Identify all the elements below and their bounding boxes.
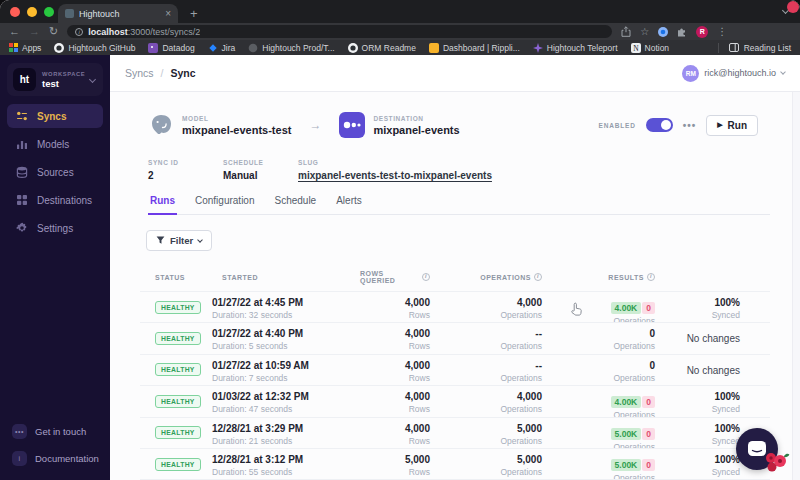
sync-page-content: MODEL mixpanel-events-test → DESTINATION… bbox=[110, 105, 800, 480]
results-cell: 0Operations bbox=[550, 323, 662, 353]
synced-percent: 100% bbox=[662, 454, 740, 466]
funnel-icon bbox=[156, 236, 165, 245]
apps-grid-icon bbox=[9, 43, 18, 52]
results-cell: 5.00K0Operations bbox=[550, 449, 662, 479]
table-row[interactable]: HEALTHY01/03/22 at 12:32 PMDuration: 47 … bbox=[140, 385, 770, 416]
bookmark-label: Datadog bbox=[162, 43, 194, 53]
synced-unit: Synced bbox=[662, 467, 740, 477]
tab-schedule[interactable]: Schedule bbox=[272, 195, 318, 214]
status-badge: HEALTHY bbox=[155, 363, 201, 376]
operations-cell: 5,000Operations bbox=[438, 418, 550, 448]
tab-runs[interactable]: Runs bbox=[148, 195, 177, 215]
synced-status-text: No changes bbox=[662, 328, 740, 344]
table-row[interactable]: HEALTHY01/27/22 at 4:45 PMDuration: 32 s… bbox=[140, 291, 770, 322]
breadcrumb-link-syncs[interactable]: Syncs bbox=[125, 67, 154, 79]
info-icon[interactable]: i bbox=[647, 273, 655, 281]
sources-icon bbox=[16, 166, 28, 178]
sync-meta: SYNC ID2SCHEDULEManualSLUGmixpanel-event… bbox=[148, 159, 770, 181]
tab-alerts[interactable]: Alerts bbox=[334, 195, 364, 214]
bookmark-item[interactable]: Hightouch Teleport bbox=[533, 43, 618, 53]
synced-unit: Synced bbox=[662, 404, 740, 414]
table-row[interactable]: HEALTHY01/27/22 at 10:59 AMDuration: 7 s… bbox=[140, 354, 770, 385]
column-label: OPERATIONS bbox=[480, 274, 531, 281]
more-options-button[interactable]: ••• bbox=[683, 120, 697, 131]
workspace-name: test bbox=[42, 78, 84, 89]
workspace-selector[interactable]: ht WORKSPACE test bbox=[7, 63, 103, 96]
sidebar-footer-label: Get in touch bbox=[35, 426, 86, 437]
share-icon[interactable] bbox=[621, 26, 631, 37]
postgres-icon bbox=[148, 112, 174, 138]
browser-tab[interactable]: Hightouch × bbox=[58, 4, 178, 23]
tab-configuration[interactable]: Configuration bbox=[193, 195, 256, 214]
status-badge: HEALTHY bbox=[155, 395, 201, 408]
bookmark-item[interactable]: Dashboard | Rippli... bbox=[429, 43, 520, 53]
bookmark-item[interactable]: NNotion bbox=[631, 43, 670, 53]
model-entity[interactable]: MODEL mixpanel-events-test bbox=[148, 112, 291, 138]
status-cell: HEALTHY bbox=[140, 323, 212, 353]
result-badges: 4.00K0 bbox=[611, 302, 655, 314]
run-duration: Duration: 55 seconds bbox=[212, 467, 360, 477]
info-icon[interactable]: i bbox=[422, 273, 430, 281]
rows-queried-unit: Rows bbox=[360, 436, 430, 446]
bookmark-label: Notion bbox=[645, 43, 670, 53]
browser-profile-avatar[interactable]: R bbox=[696, 26, 708, 38]
table-row[interactable]: HEALTHY12/28/21 at 3:29 PMDuration: 21 s… bbox=[140, 417, 770, 448]
operations-value: -- bbox=[438, 360, 542, 372]
destination-text: DESTINATION mixpanel-events bbox=[373, 115, 459, 136]
back-button[interactable]: ← bbox=[9, 26, 20, 37]
sidebar-item-settings[interactable]: Settings bbox=[7, 216, 103, 240]
info-icon: i bbox=[12, 451, 27, 466]
sidebar-get-in-touch[interactable]: •••Get in touch bbox=[12, 424, 98, 439]
destination-entity[interactable]: DESTINATION mixpanel-events bbox=[339, 112, 459, 138]
hightouch-logo: ht bbox=[13, 68, 36, 91]
bookmark-item[interactable]: Jira bbox=[208, 43, 236, 53]
toggle-knob bbox=[661, 120, 671, 130]
status-badge: HEALTHY bbox=[155, 458, 201, 471]
bookmark-item[interactable]: Hightouch GitHub bbox=[54, 43, 135, 53]
synced-percent: 100% bbox=[662, 423, 740, 435]
extension-globe-icon[interactable] bbox=[658, 27, 668, 37]
run-duration: Duration: 7 seconds bbox=[212, 373, 360, 383]
sidebar-item-syncs[interactable]: Syncs bbox=[7, 104, 103, 128]
reload-button[interactable]: ↻ bbox=[49, 26, 58, 37]
user-menu[interactable]: RM rick@hightouch.io bbox=[682, 65, 785, 82]
result-success-badge: 4.00K bbox=[611, 302, 642, 314]
bookmark-item[interactable]: Datadog bbox=[148, 43, 194, 53]
results-unit: Operations bbox=[550, 442, 655, 448]
info-icon[interactable]: i bbox=[534, 273, 542, 281]
tab-close-icon[interactable]: × bbox=[165, 9, 171, 19]
site-info-icon[interactable]: i bbox=[75, 28, 83, 36]
sidebar-documentation[interactable]: iDocumentation bbox=[12, 451, 98, 466]
filter-button[interactable]: Filter bbox=[146, 230, 212, 251]
enabled-toggle[interactable] bbox=[646, 118, 673, 132]
new-tab-button[interactable]: + bbox=[190, 7, 198, 20]
reading-list-button[interactable]: Reading List bbox=[718, 43, 791, 53]
slug-link[interactable]: mixpanel-events-test-to-mixpanel-events bbox=[298, 170, 492, 181]
address-bar[interactable]: i localhost:3000/test/syncs/2 bbox=[67, 25, 612, 38]
results-cell: 4.00K0Operations bbox=[550, 386, 662, 416]
sidebar-item-sources[interactable]: Sources bbox=[7, 160, 103, 184]
sidebar-item-destinations[interactable]: Destinations bbox=[7, 188, 103, 212]
scrollbar[interactable] bbox=[792, 92, 800, 480]
table-row[interactable]: HEALTHY12/28/21 at 3:12 PMDuration: 55 s… bbox=[140, 448, 770, 479]
bookmark-item[interactable]: Apps bbox=[9, 43, 41, 53]
status-badge: HEALTHY bbox=[155, 332, 201, 345]
bookmark-label: Jira bbox=[222, 43, 236, 53]
sidebar-item-models[interactable]: Models bbox=[7, 132, 103, 156]
extensions-puzzle-icon[interactable] bbox=[677, 27, 687, 37]
forward-button[interactable]: → bbox=[29, 26, 40, 37]
close-window-button[interactable] bbox=[10, 7, 20, 17]
bookmark-item[interactable]: Hightouch Prod/T... bbox=[248, 43, 334, 53]
tabs: RunsConfigurationScheduleAlerts bbox=[148, 195, 770, 215]
bookmark-item[interactable]: ORM Readme bbox=[348, 43, 416, 53]
run-button[interactable]: ▶ Run bbox=[706, 115, 758, 136]
bookmarks-list: AppsHightouch GitHubDatadogJiraHightouch… bbox=[9, 43, 669, 53]
result-error-badge: 0 bbox=[642, 302, 655, 314]
browser-menu-icon[interactable]: ⋮ bbox=[717, 27, 727, 37]
bookmark-star-icon[interactable]: ☆ bbox=[640, 27, 649, 37]
meta-value: 2 bbox=[148, 170, 203, 181]
table-row[interactable]: HEALTHY01/27/22 at 4:40 PMDuration: 5 se… bbox=[140, 322, 770, 353]
browser-window: Hightouch × + ← → ↻ i localhost:3000/tes… bbox=[0, 0, 800, 480]
minimize-window-button[interactable] bbox=[27, 7, 37, 17]
zoom-window-button[interactable] bbox=[44, 7, 54, 17]
